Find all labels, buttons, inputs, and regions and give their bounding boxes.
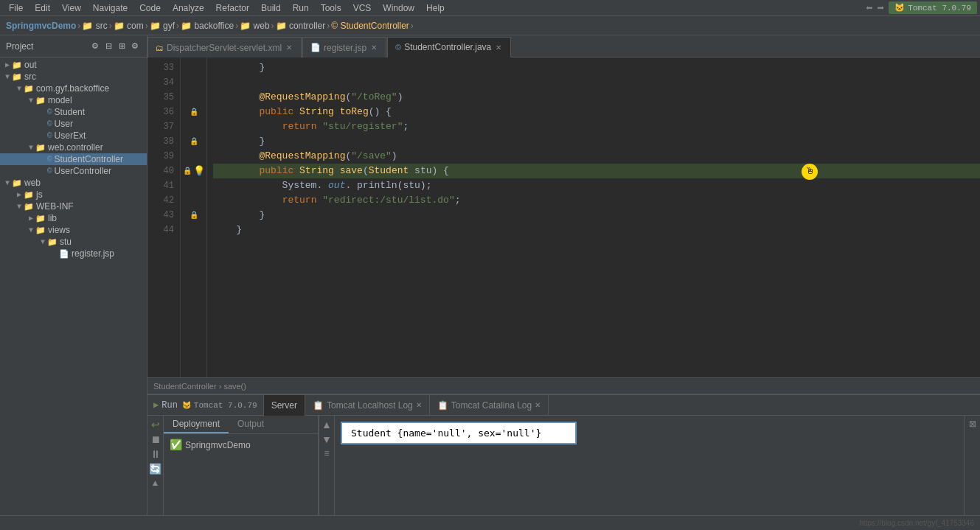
tomcat-label: Tomcat 7.0.79 — [908, 4, 971, 13]
tree-webcontroller[interactable]: ▼ 📁 web.controller — [0, 142, 147, 153]
tree-src[interactable]: ▼ 📁 src — [0, 71, 147, 83]
tree-arrow-stu: ▼ — [38, 238, 47, 246]
bl-tab-output[interactable]: Output — [229, 416, 273, 433]
tree-label-uc: UserController — [55, 166, 111, 176]
bc-project[interactable]: SpringmvcDemo — [6, 21, 76, 31]
bc-backoffice[interactable]: 📁 backoffice — [181, 21, 234, 31]
tree-model[interactable]: ▼ 📁 model — [0, 94, 147, 106]
tab-studentcontroller[interactable]: © StudentController.java ✕ — [387, 37, 511, 57]
menu-window[interactable]: Window — [377, 1, 420, 15]
nav-forward-icon[interactable]: ➡ — [878, 1, 885, 15]
menu-build[interactable]: Build — [255, 1, 287, 15]
bc-gyf[interactable]: 📁 gyf — [150, 21, 175, 31]
tree-stu[interactable]: ▼ 📁 stu — [0, 236, 147, 248]
pause-btn[interactable]: ⏸ — [150, 448, 161, 460]
jsp-file-icon: 📄 — [310, 43, 321, 52]
code-line-36: public String toReg() { — [213, 105, 980, 119]
sidebar-collapse-btn[interactable]: ⊟ — [102, 41, 114, 52]
code-line-39: @RequestMapping("/save") — [213, 149, 980, 164]
sidebar-settings-btn[interactable]: ⚙ — [89, 41, 101, 52]
folder-icon-lib: 📁 — [35, 214, 46, 223]
tree-label-src: src — [24, 72, 36, 82]
tree-js[interactable]: ▶ 📁 js — [0, 189, 147, 201]
menu-navigate[interactable]: Navigate — [87, 1, 133, 15]
tree-student[interactable]: © Student — [0, 106, 147, 118]
stop-btn[interactable]: ⏹ — [150, 433, 161, 445]
bc-com[interactable]: 📁 com — [114, 21, 144, 31]
bc-controller[interactable]: 📁 controller — [276, 21, 326, 31]
tab-registerjsp[interactable]: 📄 register.jsp ✕ — [302, 37, 386, 57]
jsp-icon-register: 📄 — [59, 249, 69, 259]
menu-help[interactable]: Help — [420, 1, 451, 15]
localhost-log-label: Tomcat Localhost Log — [327, 400, 413, 411]
code-line-37: return "stu/register"; — [213, 119, 980, 134]
scroll-down-mid-btn[interactable]: ▼ — [322, 433, 332, 445]
tree-com[interactable]: ▼ 📁 com.gyf.backoffice — [0, 83, 147, 94]
deployment-area: ✅ SpringmvcDemo — [164, 434, 318, 456]
tree-lib[interactable]: ▶ 📁 lib — [0, 212, 147, 224]
deploy-status-icon: ✅ — [170, 439, 182, 451]
editor-breadcrumb: StudentController › save() — [147, 377, 980, 394]
menu-edit[interactable]: Edit — [29, 1, 56, 15]
tree-views[interactable]: ▼ 📁 views — [0, 224, 147, 236]
tree-label-webcontroller: web.controller — [48, 142, 103, 153]
tree-web[interactable]: ▼ 📁 web — [0, 177, 147, 189]
sidebar-title: Project — [6, 41, 33, 52]
bottom-tab-localhost-log[interactable]: 📋 Tomcat Localhost Log ✕ — [305, 395, 430, 416]
bc-web[interactable]: 📁 web — [240, 21, 269, 31]
bulb-icon-40[interactable]: 💡 — [193, 165, 205, 177]
bottom-tab-catalina-log[interactable]: 📋 Tomcat Catalina Log ✕ — [430, 395, 549, 416]
localhost-log-close[interactable]: ✕ — [416, 401, 422, 409]
tree-userext[interactable]: © UserExt — [0, 130, 147, 142]
log-icon-catalina: 📋 — [437, 400, 448, 411]
catalina-log-close[interactable]: ✕ — [535, 401, 541, 409]
scroll-up-btn[interactable]: ▲ — [151, 478, 160, 488]
tab-close-register[interactable]: ✕ — [369, 43, 378, 52]
tree-registerjsp[interactable]: 📄 register.jsp — [0, 248, 147, 259]
cursor-indicator: 🖱 — [802, 164, 818, 180]
nav-back-icon[interactable]: ⬅ — [866, 1, 873, 15]
refresh-btn[interactable]: 🔄 — [149, 463, 161, 475]
tree-out[interactable]: ▶ 📁 out — [0, 59, 147, 71]
code-editor[interactable]: 33 34 35 36 37 38 39 40 41 42 43 44 🔒 — [147, 57, 980, 377]
clear-btn[interactable]: ⊠ — [969, 419, 976, 429]
menu-tools[interactable]: Tools — [315, 1, 347, 15]
tree-label-webinf: WEB-INF — [36, 201, 74, 212]
java-file-icon: © — [395, 43, 401, 52]
bl-tab-deployment[interactable]: Deployment — [164, 416, 229, 433]
bottom-tab-server[interactable]: Server — [264, 395, 305, 416]
sidebar-expand-btn[interactable]: ⊞ — [116, 41, 128, 52]
run-tab-label[interactable]: ▶ Run 🐱 Tomcat 7.0.79 — [147, 395, 264, 415]
tree-user[interactable]: © User — [0, 118, 147, 130]
list-format-btn[interactable]: ≡ — [324, 448, 329, 458]
sidebar: Project ⚙ ⊟ ⊞ ⚙ ▶ 📁 out ▼ 📁 src — [0, 35, 147, 530]
tree-label-student: Student — [55, 107, 85, 117]
menu-vcs[interactable]: VCS — [347, 1, 378, 15]
gutter-37 — [181, 119, 206, 134]
tab-close-sc[interactable]: ✕ — [494, 43, 503, 52]
menu-run[interactable]: Run — [287, 1, 315, 15]
menu-file[interactable]: File — [3, 1, 29, 15]
tree-webinf[interactable]: ▼ 📁 WEB-INF — [0, 201, 147, 212]
menu-code[interactable]: Code — [133, 1, 167, 15]
tree-label-userext: UserExt — [55, 130, 86, 141]
restart-btn[interactable]: ↩ — [151, 419, 160, 430]
tree-label-stu: stu — [60, 237, 72, 247]
deploy-item: ✅ SpringmvcDemo — [170, 437, 312, 453]
tab-close-dispatcher[interactable]: ✕ — [285, 43, 293, 52]
menu-view[interactable]: View — [56, 1, 87, 15]
class-icon-sc: © — [47, 155, 52, 164]
code-line-43: } — [213, 208, 980, 223]
tree-studentcontroller[interactable]: © StudentController — [0, 153, 147, 165]
menu-analyze[interactable]: Analyze — [167, 1, 210, 15]
tab-dispatcherservlet[interactable]: 🗂 DispatcherServlet-servlet.xml ✕ — [147, 37, 302, 57]
sidebar-gear-btn[interactable]: ⚙ — [129, 41, 141, 52]
bc-src[interactable]: 📁 src — [82, 21, 107, 31]
run-icon: ▶ — [153, 400, 159, 411]
bc-class[interactable]: © StudentController — [331, 21, 409, 31]
run-tomcat-name: Tomcat 7.0.79 — [194, 401, 257, 410]
code-content[interactable]: } @RequestMapping("/toReg") public Strin… — [207, 57, 980, 377]
scroll-up-mid-btn[interactable]: ▲ — [322, 419, 332, 430]
tree-usercontroller[interactable]: © UserController — [0, 165, 147, 177]
menu-refactor[interactable]: Refactor — [210, 1, 255, 15]
